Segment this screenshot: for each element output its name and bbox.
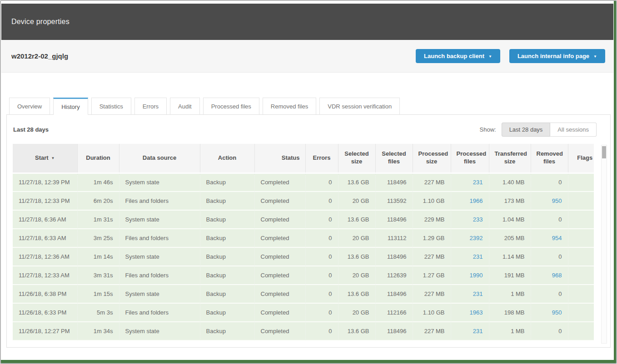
cell-flags <box>568 229 594 247</box>
background-page-edge <box>1 360 616 363</box>
launch-internal-info-page-button[interactable]: Launch internal info page ▼ <box>509 49 605 63</box>
cell-transferred-size: 198 MB <box>489 303 531 322</box>
column-header-processed-files[interactable]: Processed files <box>451 144 489 173</box>
column-label: Action <box>218 154 236 161</box>
cell-processed-size: 227 MB <box>413 173 451 192</box>
column-header-removed-files[interactable]: Removed files <box>531 144 568 173</box>
cell-errors: 0 <box>305 210 338 229</box>
cell-data-source: System state <box>119 173 200 192</box>
column-label: Duration <box>86 154 110 161</box>
vertical-scrollbar-track[interactable] <box>601 145 607 344</box>
cell-flags <box>568 322 594 340</box>
tab-audit[interactable]: Audit <box>170 98 200 114</box>
processed-files-link[interactable]: 2392 <box>451 229 489 247</box>
removed-files-link[interactable]: 954 <box>531 229 568 247</box>
tab-vdr-session-verification[interactable]: VDR session verification <box>319 98 400 114</box>
cell-data-source: System state <box>119 210 200 229</box>
column-header-transferred-size[interactable]: Transferred size <box>489 144 531 173</box>
cell-selected-files: 113592 <box>375 192 413 210</box>
launch-backup-client-label: Launch backup client <box>424 53 484 59</box>
cell-start: 11/26/18, 12:27 PM <box>13 322 77 340</box>
cell-action: Backup <box>200 247 254 266</box>
cell-status: Completed <box>254 210 305 229</box>
cell-selected-files: 112166 <box>375 303 413 322</box>
tab-overview[interactable]: Overview <box>9 98 50 114</box>
launch-internal-info-page-label: Launch internal info page <box>517 53 589 59</box>
cell-removed-files: 0 <box>531 210 568 229</box>
column-label: Processed files <box>457 150 487 165</box>
cell-transferred-size: 191 MB <box>489 266 531 285</box>
cell-removed-files: 0 <box>531 247 568 266</box>
cell-processed-size: 1.10 GB <box>413 192 451 210</box>
column-header-duration[interactable]: Duration <box>77 144 119 173</box>
cell-flags <box>568 173 594 192</box>
removed-files-link[interactable]: 968 <box>531 266 568 285</box>
column-label: Processed size <box>418 150 448 165</box>
processed-files-link[interactable]: 231 <box>451 322 489 340</box>
tab-errors[interactable]: Errors <box>134 98 167 114</box>
cell-selected-size: 20 GB <box>338 192 375 210</box>
column-header-selected-files[interactable]: Selected files <box>375 144 413 173</box>
dropdown-caret-icon: ▼ <box>488 55 492 59</box>
column-label: Status <box>282 154 300 161</box>
cell-data-source: System state <box>119 322 200 340</box>
cell-start: 11/27/18, 12:33 PM <box>13 192 77 210</box>
cell-status: Completed <box>254 303 305 322</box>
column-header-processed-size[interactable]: Processed size <box>413 144 451 173</box>
cell-action: Backup <box>200 303 254 322</box>
show-option-all-sessions[interactable]: All sessions <box>550 123 597 137</box>
column-header-action[interactable]: Action <box>200 144 254 173</box>
processed-files-link[interactable]: 231 <box>451 247 489 266</box>
processed-files-link[interactable]: 1990 <box>451 266 489 285</box>
table-row: 11/27/18, 12:36 AM1m 14sSystem stateBack… <box>13 247 594 266</box>
tab-history[interactable]: History <box>53 98 88 115</box>
cell-processed-size: 227 MB <box>413 285 451 303</box>
dialog-title: Device properties <box>11 18 70 26</box>
cell-selected-size: 20 GB <box>338 303 375 322</box>
cell-action: Backup <box>200 285 254 303</box>
processed-files-link[interactable]: 1966 <box>451 192 489 210</box>
column-label: Removed files <box>537 150 563 165</box>
column-header-flags[interactable]: Flags <box>568 144 594 173</box>
column-label: Data source <box>143 154 176 161</box>
column-header-data-source[interactable]: Data source <box>119 144 200 173</box>
column-label: Start <box>35 154 49 161</box>
tab-statistics[interactable]: Statistics <box>91 98 131 114</box>
tab-removed-files[interactable]: Removed files <box>263 98 316 114</box>
cell-selected-size: 13.6 GB <box>338 247 375 266</box>
cell-selected-files: 118496 <box>375 285 413 303</box>
removed-files-link[interactable]: 950 <box>531 303 568 322</box>
removed-files-link[interactable]: 950 <box>531 192 568 210</box>
column-header-status[interactable]: Status <box>254 144 305 173</box>
cell-processed-size: 227 MB <box>413 247 451 266</box>
table-row: 11/26/18, 6:38 PM1m 15sSystem stateBacku… <box>13 285 594 303</box>
processed-files-link[interactable]: 231 <box>451 285 489 303</box>
cell-errors: 0 <box>305 229 338 247</box>
cell-status: Completed <box>254 247 305 266</box>
tab-processed-files[interactable]: Processed files <box>203 98 259 114</box>
device-actions: Launch backup client ▼ Launch internal i… <box>416 49 605 63</box>
column-label: Selected size <box>344 150 368 165</box>
header-row: Start▼DurationData sourceActionStatusErr… <box>13 144 594 173</box>
range-label: Last 28 days <box>13 126 49 133</box>
tabs: OverviewHistoryStatisticsErrorsAuditProc… <box>9 98 400 115</box>
history-table-body: 11/27/18, 12:39 PM1m 46sSystem stateBack… <box>13 173 594 340</box>
cell-data-source: System state <box>119 285 200 303</box>
vertical-scrollbar-thumb[interactable] <box>602 146 606 158</box>
column-header-selected-size[interactable]: Selected size <box>338 144 375 173</box>
cell-transferred-size: 1.14 MB <box>489 247 531 266</box>
device-header-bar: w2012r2-02_gjqlg Launch backup client ▼ … <box>1 40 613 73</box>
cell-flags <box>568 303 594 322</box>
column-header-errors[interactable]: Errors <box>305 144 338 173</box>
processed-files-link[interactable]: 1963 <box>451 303 489 322</box>
cell-start: 11/26/18, 6:33 PM <box>13 303 77 322</box>
cell-selected-files: 118496 <box>375 322 413 340</box>
table-row: 11/27/18, 6:36 AM1m 31sSystem stateBacku… <box>13 210 594 229</box>
show-option-last-28-days[interactable]: Last 28 days <box>502 123 551 137</box>
cell-selected-files: 118496 <box>375 173 413 192</box>
processed-files-link[interactable]: 233 <box>451 210 489 229</box>
launch-backup-client-button[interactable]: Launch backup client ▼ <box>416 49 500 63</box>
column-header-start[interactable]: Start▼ <box>13 144 77 173</box>
cell-transferred-size: 1 MB <box>489 322 531 340</box>
processed-files-link[interactable]: 231 <box>451 173 489 192</box>
